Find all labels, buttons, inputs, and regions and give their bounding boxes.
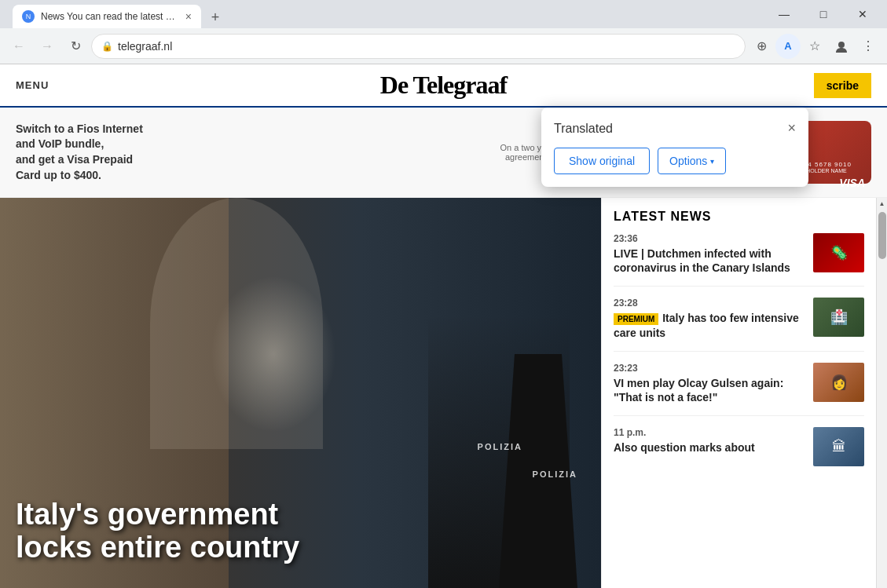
- news-item-content: 23:28 PREMIUMItaly has too few intensive…: [614, 298, 805, 339]
- news-time: 11 p.m.: [614, 427, 805, 438]
- hero-headline: Italy's governmentlocks entire country: [16, 499, 299, 564]
- tab-title: News You can read the latest ne...: [41, 11, 179, 22]
- title-bar: N News You can read the latest ne... × +…: [0, 0, 887, 28]
- tab-bar: N News You can read the latest ne... × +: [6, 0, 766, 28]
- maximize-button[interactable]: □: [805, 2, 841, 26]
- ad-headline: Switch to a Fios Internetand VoIP bundle…: [16, 122, 143, 183]
- main-area: POLIZIA POLIZIA Italy's governmentlocks …: [0, 198, 887, 588]
- translation-popup: Translated × Show original Options ▾: [541, 108, 808, 187]
- browser-frame: N News You can read the latest ne... × +…: [0, 0, 887, 588]
- hero-section: POLIZIA POLIZIA Italy's governmentlocks …: [0, 198, 601, 588]
- popup-header: Translated ×: [554, 120, 796, 137]
- url-bar[interactable]: 🔒 telegraaf.nl: [91, 34, 746, 59]
- translate-button[interactable]: A: [775, 34, 801, 59]
- page-content: MENU De Telegraaf scribe Switch to a Fio…: [0, 64, 887, 588]
- news-title: VI men play Olcay Gulsen again: "That is…: [614, 376, 805, 404]
- tab-favicon: N: [22, 10, 35, 23]
- bookmark-button[interactable]: ☆: [802, 34, 827, 59]
- news-title: LIVE | Dutchmen infected with coronaviru…: [614, 247, 805, 275]
- news-time: 23:23: [614, 363, 805, 374]
- options-dropdown-icon: ▾: [710, 157, 714, 166]
- news-title: Also question marks about: [614, 440, 805, 455]
- news-item-content: 23:23 VI men play Olcay Gulsen again: "T…: [614, 363, 805, 404]
- premium-badge: PREMIUM: [614, 313, 658, 325]
- news-thumbnail: 🏛: [813, 427, 864, 466]
- subscribe-button[interactable]: scribe: [814, 73, 871, 98]
- options-button[interactable]: Options ▾: [658, 148, 726, 174]
- popup-title: Translated: [554, 122, 613, 136]
- site-header: MENU De Telegraaf scribe: [0, 64, 887, 108]
- svg-point-0: [838, 42, 845, 48]
- scroll-up-button[interactable]: ▲: [877, 198, 888, 209]
- news-item-content: 11 p.m. Also question marks about: [614, 427, 805, 466]
- address-bar: ← → ↻ 🔒 telegraaf.nl ⊕ A ☆ ⋮: [0, 28, 887, 64]
- news-item[interactable]: 11 p.m. Also question marks about 🏛: [614, 427, 864, 477]
- new-tab-button[interactable]: +: [204, 6, 226, 28]
- news-item[interactable]: 23:23 VI men play Olcay Gulsen again: "T…: [614, 363, 864, 416]
- forward-button[interactable]: →: [35, 34, 60, 59]
- scrollbar[interactable]: ▲: [876, 198, 887, 588]
- close-button[interactable]: ✕: [845, 2, 881, 26]
- account-button[interactable]: [829, 34, 854, 59]
- lock-icon: 🔒: [101, 41, 113, 52]
- url-text: telegraaf.nl: [118, 40, 735, 53]
- hero-text: Italy's governmentlocks entire country: [16, 499, 299, 564]
- ad-text: Switch to a Fios Internetand VoIP bundle…: [16, 122, 143, 183]
- back-button[interactable]: ←: [6, 34, 31, 59]
- news-thumbnail: 🏥: [813, 298, 864, 337]
- news-item-content: 23:36 LIVE | Dutchmen infected with coro…: [614, 233, 805, 275]
- news-item[interactable]: 23:28 PREMIUMItaly has too few intensive…: [614, 298, 864, 351]
- popup-close-button[interactable]: ×: [787, 120, 796, 137]
- address-actions: ⊕ A ☆ ⋮: [749, 34, 881, 59]
- tab-close-icon[interactable]: ×: [185, 10, 192, 23]
- show-original-button[interactable]: Show original: [554, 148, 650, 174]
- news-time: 23:28: [614, 298, 805, 309]
- site-logo: De Telegraaf: [380, 71, 507, 100]
- minimize-button[interactable]: —: [766, 2, 802, 26]
- latest-news-heading: LATEST NEWS: [614, 210, 864, 224]
- browser-tab[interactable]: N News You can read the latest ne... ×: [13, 5, 201, 28]
- news-thumbnail: 👩: [813, 363, 864, 402]
- sidebar: LATEST NEWS 23:36 LIVE | Dutchmen infect…: [601, 198, 876, 588]
- news-item[interactable]: 23:36 LIVE | Dutchmen infected with coro…: [614, 233, 864, 287]
- add-page-button[interactable]: ⊕: [749, 34, 774, 59]
- refresh-button[interactable]: ↻: [63, 34, 88, 59]
- popup-actions: Show original Options ▾: [554, 148, 796, 174]
- news-time: 23:36: [614, 233, 805, 244]
- window-controls: — □ ✕: [766, 2, 881, 26]
- browser-menu-button[interactable]: ⋮: [856, 34, 881, 59]
- menu-button[interactable]: MENU: [16, 79, 49, 91]
- news-thumbnail: 🦠: [813, 233, 864, 272]
- news-title: PREMIUMItaly has too few intensive care …: [614, 311, 805, 339]
- scroll-thumb[interactable]: [878, 212, 886, 259]
